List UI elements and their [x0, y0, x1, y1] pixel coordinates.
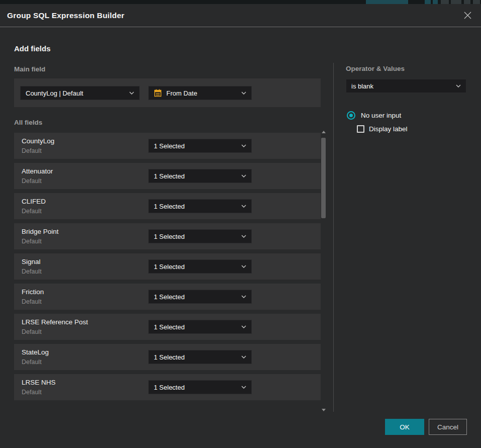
- field-selected-dropdown[interactable]: 1 Selected: [148, 169, 252, 183]
- column-divider: [333, 63, 334, 412]
- scrollbar[interactable]: [321, 130, 327, 411]
- field-row: Friction Default 1 Selected: [14, 284, 321, 310]
- field-selected-dropdown[interactable]: 1 Selected: [148, 259, 252, 274]
- chevron-down-icon: [241, 144, 246, 147]
- operator-dropdown-value: is blank: [351, 82, 373, 90]
- background-app-fragment: [366, 0, 408, 4]
- calendar-icon: [154, 89, 162, 97]
- chevron-down-icon: [241, 355, 246, 359]
- field-selected-dropdown-value: 1 Selected: [154, 233, 184, 240]
- field-selected-dropdown-value: 1 Selected: [154, 142, 184, 150]
- field-row: Attenuator Default 1 Selected: [14, 163, 321, 189]
- background-app-fragment: [451, 0, 461, 4]
- scrollbar-down-arrow-icon[interactable]: [322, 409, 326, 411]
- main-field-source-value: CountyLog | Default: [26, 89, 83, 97]
- close-button[interactable]: [461, 9, 474, 22]
- no-user-input-label: No user input: [361, 112, 401, 119]
- scrollbar-up-arrow-icon[interactable]: [322, 131, 326, 133]
- field-row: Signal Default 1 Selected: [14, 253, 321, 280]
- background-app-fragment: [433, 0, 438, 4]
- chevron-down-icon: [129, 92, 134, 95]
- field-row: StateLog Default 1 Selected: [14, 344, 321, 370]
- field-subtitle: Default: [22, 177, 42, 185]
- dialog-titlebar: Group SQL Expression Builder: [0, 4, 481, 27]
- main-field-date-dropdown[interactable]: From Date: [148, 86, 252, 100]
- field-row: LRSE Reference Post Default 1 Selected: [14, 314, 321, 340]
- no-user-input-radio[interactable]: No user input: [347, 111, 401, 120]
- operator-values-label: Operator & Values: [346, 65, 405, 72]
- background-app-fragment: [473, 0, 480, 4]
- field-subtitle: Default: [22, 268, 42, 275]
- field-name: Attenuator: [22, 167, 53, 175]
- field-selected-dropdown-value: 1 Selected: [154, 353, 184, 361]
- display-label-checkbox-row[interactable]: Display label: [357, 125, 408, 133]
- field-selected-dropdown[interactable]: 1 Selected: [148, 229, 252, 243]
- field-selected-dropdown[interactable]: 1 Selected: [148, 380, 252, 394]
- all-fields-label: All fields: [14, 119, 42, 126]
- field-selected-dropdown[interactable]: 1 Selected: [148, 139, 252, 153]
- field-selected-dropdown-value: 1 Selected: [154, 293, 184, 301]
- dialog-title: Group SQL Expression Builder: [7, 11, 125, 20]
- operator-dropdown[interactable]: is blank: [346, 79, 466, 93]
- chevron-down-icon: [241, 205, 246, 208]
- field-subtitle: Default: [22, 328, 42, 335]
- field-subtitle: Default: [22, 238, 42, 245]
- chevron-down-icon: [241, 265, 246, 268]
- chevron-down-icon: [241, 386, 246, 389]
- field-name: CLIFED: [22, 198, 46, 205]
- chevron-down-icon: [456, 84, 461, 87]
- chevron-down-icon: [241, 325, 246, 328]
- chevron-down-icon: [241, 235, 246, 238]
- chevron-down-icon: [241, 174, 246, 177]
- background-app-strip: [0, 0, 481, 4]
- cancel-button[interactable]: Cancel: [429, 419, 467, 435]
- close-icon: [463, 11, 472, 20]
- field-row: CLIFED Default 1 Selected: [14, 193, 321, 219]
- background-app-fragment: [425, 0, 431, 4]
- field-row: LRSE NHS Default 1 Selected: [14, 374, 321, 400]
- all-fields-list: CountyLog Default 1 Selected Attenuator …: [14, 133, 321, 404]
- field-row: CountyLog Default 1 Selected: [14, 133, 321, 159]
- field-selected-dropdown-value: 1 Selected: [154, 203, 184, 210]
- background-app-fragment: [441, 0, 449, 4]
- field-name: LRSE Reference Post: [22, 318, 88, 326]
- main-field-date-value: From Date: [166, 89, 197, 97]
- field-selected-dropdown-value: 1 Selected: [154, 172, 184, 180]
- field-subtitle: Default: [22, 208, 42, 215]
- field-row: Bridge Point Default 1 Selected: [14, 223, 321, 249]
- background-app-fragment: [464, 0, 470, 4]
- field-selected-dropdown-value: 1 Selected: [154, 263, 184, 271]
- field-subtitle: Default: [22, 298, 42, 305]
- add-fields-heading: Add fields: [14, 44, 51, 53]
- main-field-source-dropdown[interactable]: CountyLog | Default: [20, 86, 140, 100]
- field-selected-dropdown[interactable]: 1 Selected: [148, 199, 252, 213]
- ok-button[interactable]: OK: [385, 419, 424, 435]
- sql-expression-builder-dialog: Group SQL Expression Builder Add fields …: [0, 4, 481, 448]
- field-name: CountyLog: [22, 137, 54, 145]
- field-selected-dropdown[interactable]: 1 Selected: [148, 350, 252, 364]
- display-label-label: Display label: [369, 125, 408, 133]
- radio-selected-icon: [347, 111, 355, 120]
- field-name: LRSE NHS: [22, 379, 56, 386]
- field-selected-dropdown[interactable]: 1 Selected: [148, 320, 252, 334]
- field-subtitle: Default: [22, 147, 42, 154]
- field-name: Signal: [22, 258, 41, 265]
- field-name: StateLog: [22, 348, 49, 356]
- main-field-label: Main field: [14, 65, 45, 73]
- main-field-panel: CountyLog | Default From Date: [14, 78, 321, 107]
- field-name: Friction: [22, 288, 44, 296]
- field-selected-dropdown-value: 1 Selected: [154, 323, 184, 331]
- scrollbar-thumb[interactable]: [321, 138, 326, 218]
- chevron-down-icon: [241, 295, 246, 298]
- chevron-down-icon: [241, 92, 246, 95]
- field-selected-dropdown-value: 1 Selected: [154, 384, 184, 391]
- field-subtitle: Default: [22, 359, 42, 366]
- field-subtitle: Default: [22, 389, 42, 396]
- checkbox-unchecked-icon: [357, 125, 364, 133]
- field-name: Bridge Point: [22, 228, 59, 235]
- field-selected-dropdown[interactable]: 1 Selected: [148, 290, 252, 304]
